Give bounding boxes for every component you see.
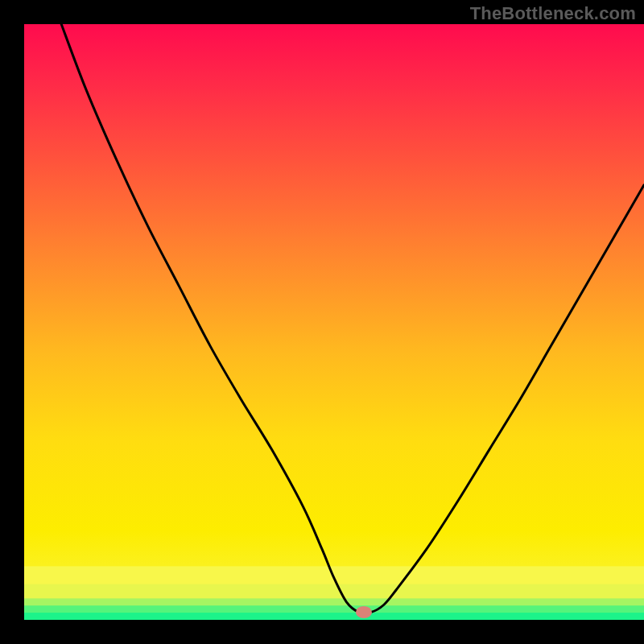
- optimal-point-marker: [356, 606, 372, 618]
- watermark-text: TheBottleneck.com: [470, 3, 636, 24]
- bottleneck-chart: [0, 0, 644, 644]
- svg-rect-6: [24, 613, 644, 620]
- chart-container: TheBottleneck.com: [0, 0, 644, 644]
- svg-rect-1: [24, 24, 644, 620]
